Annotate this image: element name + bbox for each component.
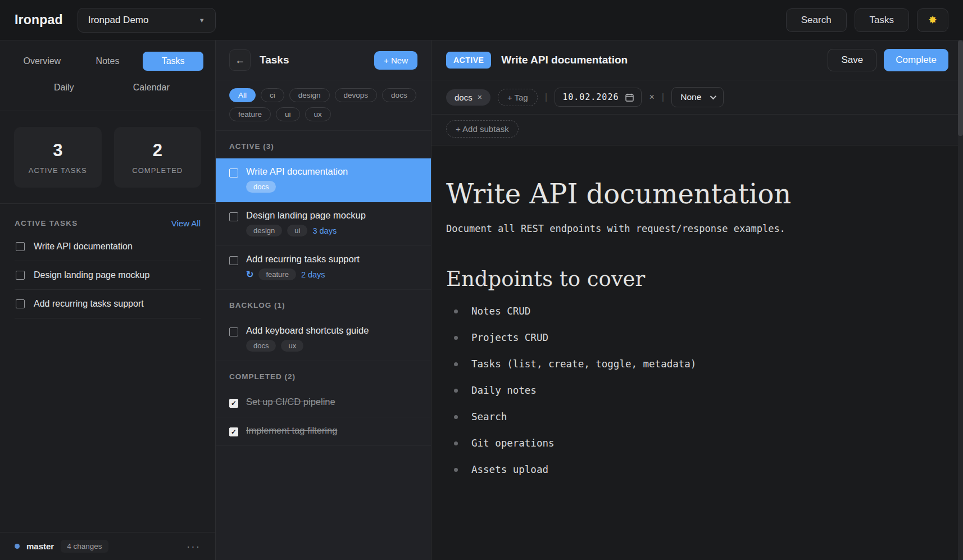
task-label: Design landing page mockup: [34, 270, 149, 280]
view-all-link[interactable]: View All: [171, 218, 201, 228]
tag-filter-chip[interactable]: devops: [335, 88, 378, 102]
calendar-icon: [625, 93, 634, 102]
branch-dot-icon: [15, 544, 20, 549]
sidebar-task-row[interactable]: ✓ Write API documentation: [15, 233, 201, 261]
tag-filter-bar: Allcidesigndevopsdocsfeatureuiux: [216, 80, 431, 131]
changes-badge[interactable]: 4 changes: [61, 540, 108, 553]
scrollbar[interactable]: [958, 40, 963, 560]
back-button[interactable]: ←: [229, 49, 251, 71]
sidebar-task-row[interactable]: ✓ Add recurring tasks support: [15, 290, 201, 318]
sidebar-tab-label: Daily: [54, 83, 74, 92]
task-checkbox[interactable]: ✓: [229, 212, 238, 221]
task-body: Set up CI/CD pipeline: [246, 397, 335, 408]
endpoint-item: Tasks (list, create, toggle, metadata): [446, 358, 929, 370]
sidebar-tab[interactable]: Calendar: [121, 78, 181, 97]
task-title: Set up CI/CD pipeline: [246, 397, 335, 407]
tag-filter-chip[interactable]: docs: [382, 88, 416, 102]
endpoint-item: Daily notes: [446, 385, 929, 396]
due-date-input[interactable]: 10.02.2026: [555, 88, 642, 107]
endpoint-item: Git operations: [446, 438, 929, 449]
task-section: BACKLOG (1) ✓ Add keyboard shortcuts gui…: [216, 290, 431, 361]
task-row[interactable]: ✓ Implement tag filtering: [216, 417, 431, 446]
task-checkbox[interactable]: ✓: [229, 327, 238, 336]
task-title: Design landing page mockup: [246, 210, 366, 221]
document-heading: Write API documentation: [446, 178, 929, 210]
tag-pill: ui: [287, 225, 307, 236]
task-row[interactable]: ✓ Set up CI/CD pipeline: [216, 389, 431, 417]
separator: |: [545, 92, 547, 103]
sidebar-tab[interactable]: Tasks: [143, 52, 203, 71]
scrollbar-thumb[interactable]: [958, 40, 963, 136]
task-checkbox[interactable]: ✓: [229, 256, 238, 265]
task-row[interactable]: ✓ Add keyboard shortcuts guide docsux: [216, 317, 431, 361]
back-arrow-icon: ←: [235, 54, 245, 66]
task-checkbox[interactable]: ✓: [229, 169, 238, 177]
detail-header: ACTIVE Write API documentation Save Comp…: [431, 40, 963, 80]
tag-filter-chip[interactable]: ui: [276, 107, 300, 121]
section-title: COMPLETED (2): [216, 361, 431, 389]
search-button[interactable]: Search: [786, 8, 847, 32]
app-logo: Ironpad: [15, 12, 63, 28]
sidebar-task-row[interactable]: ✓ Design landing page mockup: [15, 261, 201, 290]
tasks-shortcut-button[interactable]: Tasks: [855, 8, 909, 32]
workspace-selector[interactable]: Ironpad Demo ▼: [78, 8, 216, 33]
status-badge: ACTIVE: [446, 52, 491, 69]
save-button[interactable]: Save: [828, 49, 876, 71]
tag-filter-chip[interactable]: design: [289, 88, 330, 102]
task-meta: docs: [246, 181, 348, 193]
sidebar-tab-label: Calendar: [133, 83, 170, 92]
separator: |: [662, 92, 664, 103]
add-tag-button[interactable]: + Tag: [498, 89, 538, 106]
recurrence-select[interactable]: None: [671, 87, 724, 107]
tag-filter-chip[interactable]: ci: [261, 88, 284, 102]
task-body: Add keyboard shortcuts guide docsux: [246, 325, 369, 352]
sidebar-tab-label: Tasks: [162, 56, 185, 66]
tag-filter-chip[interactable]: All: [229, 88, 256, 102]
section-tasks: ✓ Set up CI/CD pipeline: [216, 389, 431, 446]
task-list-panel: ← Tasks + New Allcidesigndevopsdocsfeatu…: [216, 40, 431, 560]
new-task-button[interactable]: + New: [374, 51, 417, 70]
task-panel-header: ← Tasks + New: [216, 40, 431, 80]
task-checkbox[interactable]: ✓: [229, 399, 238, 408]
task-row[interactable]: ✓ Write API documentation docs: [216, 158, 431, 202]
tag-filter-chip[interactable]: feature: [229, 107, 271, 121]
tag-pill: docs: [246, 181, 276, 193]
add-subtask-button[interactable]: + Add subtask: [446, 120, 519, 138]
tag-filter-chip[interactable]: ux: [305, 107, 331, 121]
detail-title: Write API documentation: [501, 54, 628, 66]
task-checkbox[interactable]: ✓: [16, 242, 25, 251]
stat-value: 2: [153, 140, 162, 161]
sidebar-nav: Overview Notes Tasks Daily Calendar: [0, 40, 215, 111]
endpoint-list: Notes CRUDProjects CRUDTasks (list, crea…: [446, 306, 929, 475]
topbar: Ironpad Ironpad Demo ▼ Search Tasks ✸: [0, 0, 963, 40]
more-options-icon[interactable]: ···: [187, 540, 201, 553]
theme-toggle-button[interactable]: ✸: [917, 8, 948, 32]
section-title: ACTIVE (3): [216, 131, 431, 158]
tag-docs[interactable]: docs ×: [446, 89, 490, 106]
sidebar-tab[interactable]: Overview: [12, 52, 72, 71]
dropdown-caret-icon: ▼: [199, 17, 205, 24]
task-title: Implement tag filtering: [246, 425, 337, 436]
document-description: Document all REST endpoints with request…: [446, 223, 929, 234]
task-panel-title: Tasks: [260, 54, 289, 66]
stat-label: COMPLETED: [132, 166, 183, 175]
task-body: Implement tag filtering: [246, 425, 337, 436]
task-checkbox[interactable]: ✓: [16, 299, 25, 308]
document-subheading: Endpoints to cover: [446, 267, 929, 291]
section-title: BACKLOG (1): [216, 290, 431, 317]
sidebar-task-list: ✓ Write API documentation ✓ Design landi…: [15, 233, 201, 318]
task-title: Add keyboard shortcuts guide: [246, 325, 369, 336]
task-row[interactable]: ✓ Design landing page mockup designui 3 …: [216, 202, 431, 246]
task-checkbox[interactable]: ✓: [229, 427, 238, 436]
task-body: Add recurring tasks support ↻ feature 2 …: [246, 254, 360, 280]
task-sections: ACTIVE (3) ✓ Write API documentation: [216, 131, 431, 560]
remove-tag-icon[interactable]: ×: [478, 93, 482, 102]
topbar-actions: Search Tasks ✸: [786, 8, 948, 32]
sidebar-tab[interactable]: Daily: [34, 78, 94, 97]
task-checkbox[interactable]: ✓: [16, 271, 25, 280]
clear-date-icon[interactable]: ×: [649, 92, 654, 102]
complete-button[interactable]: Complete: [884, 49, 948, 71]
sidebar-tab[interactable]: Notes: [78, 52, 138, 71]
task-row[interactable]: ✓ Add recurring tasks support ↻ feature …: [216, 246, 431, 290]
stat-card: 2 COMPLETED: [114, 127, 202, 188]
